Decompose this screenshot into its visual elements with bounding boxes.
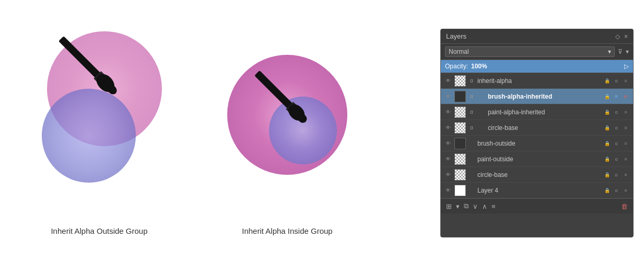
delete-layer-button[interactable]: 🗑 bbox=[621, 202, 628, 210]
layer-row[interactable]: 👁αcircle-base🔒α≡ bbox=[441, 120, 633, 136]
layer-lock-icon[interactable]: 🔒 bbox=[603, 110, 611, 115]
layers-panel-title: Layers bbox=[446, 32, 466, 40]
layer-lock-icon[interactable]: 🔒 bbox=[603, 94, 611, 99]
brush-icon-left bbox=[37, 21, 141, 125]
main-container: Inherit Alpha Outside Group bbox=[0, 0, 644, 274]
layer-alpha-icon: α bbox=[468, 109, 475, 115]
illustration-left: Inherit Alpha Outside Group bbox=[21, 16, 178, 235]
layer-visibility-icon[interactable]: 👁 bbox=[444, 187, 452, 193]
layer-lock-icon[interactable]: 🔒 bbox=[603, 172, 611, 177]
layer-alpha-link-icon[interactable]: α bbox=[612, 110, 620, 115]
add-layer-button[interactable]: ⊞ bbox=[446, 202, 452, 210]
layers-panel-header: Layers ◇ × bbox=[441, 29, 633, 44]
layer-extra-icon[interactable]: ≡ bbox=[622, 125, 630, 130]
layer-name: circle-base bbox=[477, 171, 601, 178]
move-down-button[interactable]: ∨ bbox=[473, 202, 478, 210]
canvas-left bbox=[21, 16, 178, 214]
layer-extra-icon[interactable]: ≡ bbox=[622, 188, 630, 193]
layer-row[interactable]: 👁circle-base🔒α≡ bbox=[441, 167, 633, 183]
canvas-right bbox=[227, 55, 347, 175]
layer-right-icons: 🔒✱⊕ bbox=[603, 94, 630, 99]
filter-icon[interactable]: ⊽ bbox=[618, 48, 623, 55]
layer-row[interactable]: 👁αinherit-alpha🔒α≡ bbox=[441, 73, 633, 89]
add-chevron[interactable]: ▾ bbox=[456, 202, 460, 210]
layer-thumbnail bbox=[454, 169, 466, 181]
layers-bottom-toolbar: ⊞ ▾ ⧉ ∨ ∧ ≡ 🗑 bbox=[441, 198, 633, 213]
layer-visibility-icon[interactable]: 👁 bbox=[444, 93, 452, 99]
layer-visibility-icon[interactable]: 👁 bbox=[444, 156, 452, 162]
layer-visibility-icon[interactable]: 👁 bbox=[444, 125, 452, 130]
layer-extra-icon[interactable]: ⊕ bbox=[622, 94, 630, 99]
blend-mode-value: Normal bbox=[449, 48, 469, 55]
layer-thumbnail bbox=[454, 185, 466, 196]
blend-mode-dropdown[interactable]: Normal ▾ bbox=[445, 46, 615, 57]
layer-thumbnail bbox=[454, 106, 466, 118]
brush-icon-right bbox=[227, 55, 347, 175]
layer-alpha-icon: α bbox=[468, 78, 475, 84]
layer-name: paint-outside bbox=[477, 156, 601, 163]
layer-row[interactable]: 👁brush-outside🔒α≡ bbox=[441, 136, 633, 151]
layer-name: paint-alpha-inherited bbox=[488, 109, 601, 116]
close-icon[interactable]: × bbox=[624, 33, 628, 40]
layer-alpha-link-icon[interactable]: α bbox=[612, 141, 620, 146]
layer-row[interactable]: 👁Layer 4🔒α≡ bbox=[441, 183, 633, 198]
layer-lock-icon[interactable]: 🔒 bbox=[603, 125, 611, 130]
layer-name: brush-outside bbox=[477, 140, 601, 147]
layer-row[interactable]: 👁αpaint-alpha-inherited🔒α≡ bbox=[441, 104, 633, 120]
svg-rect-4 bbox=[254, 70, 293, 109]
layer-alpha-link-icon[interactable]: α bbox=[612, 172, 620, 177]
layer-extra-icon[interactable]: ≡ bbox=[622, 110, 630, 115]
layer-extra-icon[interactable]: ≡ bbox=[622, 157, 630, 162]
layer-right-icons: 🔒α≡ bbox=[603, 78, 630, 84]
layer-alpha-icon: α bbox=[468, 93, 475, 99]
layer-row[interactable]: 👁paint-outside🔒α≡ bbox=[441, 151, 633, 167]
layer-alpha-link-icon[interactable]: α bbox=[612, 125, 620, 130]
layer-lock-icon[interactable]: 🔒 bbox=[603, 78, 611, 84]
layer-thumbnail bbox=[454, 138, 466, 149]
svg-rect-0 bbox=[58, 36, 101, 78]
layer-extra-icon[interactable]: ≡ bbox=[622, 78, 630, 84]
layer-name: inherit-alpha bbox=[477, 77, 601, 85]
layers-panel: Layers ◇ × Normal ▾ ⊽ ▾ Opacity: 100% ▷ … bbox=[440, 29, 634, 237]
layer-name: brush-alpha-inherited bbox=[488, 93, 601, 100]
layer-extra-icon[interactable]: ≡ bbox=[622, 172, 630, 177]
opacity-value: 100% bbox=[471, 63, 487, 70]
layer-thumbnail bbox=[454, 153, 466, 165]
layer-alpha-link-icon[interactable]: ✱ bbox=[612, 94, 620, 99]
layer-alpha-icon: α bbox=[468, 125, 475, 130]
layer-right-icons: 🔒α≡ bbox=[603, 157, 630, 162]
layer-alpha-link-icon[interactable]: α bbox=[612, 157, 620, 162]
opacity-expand-icon[interactable]: ▷ bbox=[624, 63, 629, 70]
layer-extra-icon[interactable]: ≡ bbox=[622, 141, 630, 146]
illustration-right: Inherit Alpha Inside Group bbox=[219, 16, 355, 235]
opacity-row: Opacity: 100% ▷ bbox=[441, 60, 633, 73]
opacity-label: Opacity: bbox=[445, 63, 468, 70]
layer-visibility-icon[interactable]: 👁 bbox=[444, 172, 452, 177]
group-button[interactable]: ⧉ bbox=[464, 202, 469, 210]
layer-visibility-icon[interactable]: 👁 bbox=[444, 109, 452, 115]
header-icons: ◇ × bbox=[615, 33, 628, 40]
diamond-icon[interactable]: ◇ bbox=[615, 33, 620, 40]
blend-mode-chevron: ▾ bbox=[608, 48, 611, 55]
layer-visibility-icon[interactable]: 👁 bbox=[444, 140, 452, 146]
layer-thumbnail bbox=[454, 122, 466, 134]
layer-name: Layer 4 bbox=[477, 187, 601, 194]
layer-right-icons: 🔒α≡ bbox=[603, 110, 630, 115]
layer-row[interactable]: 👁αbrush-alpha-inherited🔒✱⊕ bbox=[441, 89, 633, 104]
layer-alpha-link-icon[interactable]: α bbox=[612, 78, 620, 84]
layer-alpha-link-icon[interactable]: α bbox=[612, 188, 620, 193]
layer-right-icons: 🔒α≡ bbox=[603, 172, 630, 177]
move-up-button[interactable]: ∧ bbox=[482, 202, 487, 210]
filter-chevron[interactable]: ▾ bbox=[626, 48, 629, 55]
layer-lock-icon[interactable]: 🔒 bbox=[603, 188, 611, 193]
caption-left: Inherit Alpha Outside Group bbox=[51, 227, 147, 235]
layer-thumbnail bbox=[454, 91, 466, 102]
layer-visibility-icon[interactable]: 👁 bbox=[444, 78, 452, 84]
layer-right-icons: 🔒α≡ bbox=[603, 188, 630, 193]
merge-button[interactable]: ≡ bbox=[491, 202, 496, 210]
layer-right-icons: 🔒α≡ bbox=[603, 125, 630, 130]
layer-lock-icon[interactable]: 🔒 bbox=[603, 157, 611, 162]
layer-lock-icon[interactable]: 🔒 bbox=[603, 141, 611, 146]
layer-name: circle-base bbox=[488, 124, 601, 132]
layer-right-icons: 🔒α≡ bbox=[603, 141, 630, 146]
